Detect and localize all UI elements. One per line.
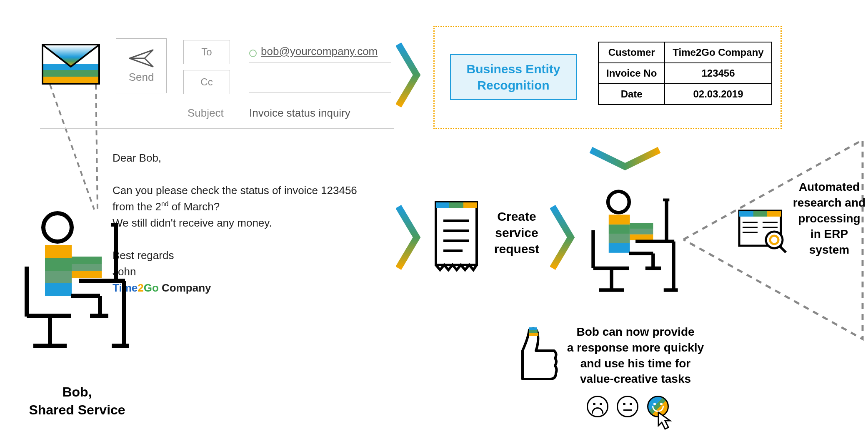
- svg-rect-41: [609, 215, 630, 224]
- person-at-desk-icon: [21, 208, 129, 375]
- body-sign: John: [113, 264, 371, 280]
- table-header: Customer: [598, 42, 665, 63]
- extracted-data-table: CustomerTime2Go Company Invoice No123456…: [598, 42, 772, 105]
- thumbs-up-icon: [508, 325, 558, 383]
- svg-rect-33: [436, 202, 449, 208]
- divider: [40, 128, 394, 129]
- chevron-right-icon: [550, 204, 575, 271]
- svg-rect-32: [436, 202, 477, 265]
- person-at-desk-icon: [588, 187, 679, 308]
- table-cell: 02.03.2019: [665, 84, 771, 105]
- svg-rect-35: [463, 202, 477, 208]
- receipt-icon: [433, 200, 479, 275]
- svg-rect-73: [529, 330, 538, 333]
- subject-field[interactable]: Invoice status inquiry: [249, 107, 350, 120]
- persona-label: Bob,Shared Service: [13, 383, 142, 419]
- table-cell: Time2Go Company: [665, 42, 771, 63]
- body-line1: Can you please check the status of invoi…: [113, 182, 371, 199]
- svg-marker-6: [43, 45, 98, 67]
- body-close: Best regards: [113, 247, 371, 264]
- email-body[interactable]: Dear Bob, Can you please check the statu…: [113, 150, 371, 296]
- svg-rect-17: [72, 264, 102, 271]
- svg-point-69: [766, 232, 783, 248]
- body-signature: Time2Go Company: [113, 280, 371, 296]
- erp-label: Automatedresearch andprocessingin ERPsys…: [788, 179, 868, 258]
- to-value: bob@yourcompany.com: [261, 45, 378, 57]
- svg-rect-13: [45, 258, 72, 271]
- chevron-right-icon: [396, 42, 421, 108]
- to-field[interactable]: bob@yourcompany.com: [249, 45, 378, 58]
- svg-rect-63: [753, 211, 767, 217]
- chevron-down-icon: [588, 147, 663, 172]
- svg-rect-34: [449, 202, 463, 208]
- body-line3: We still didn't receive any money.: [113, 215, 371, 231]
- erp-document-icon: [738, 209, 788, 255]
- table-header: Invoice No: [598, 63, 665, 84]
- svg-rect-62: [739, 211, 753, 217]
- chevron-right-icon: [396, 204, 421, 271]
- svg-rect-47: [630, 234, 653, 240]
- svg-rect-72: [529, 327, 537, 330]
- svg-line-71: [780, 247, 786, 252]
- table-header: Date: [598, 84, 665, 105]
- benefit-label: Bob can now providea response more quick…: [558, 324, 713, 387]
- svg-point-11: [43, 213, 72, 242]
- svg-rect-16: [72, 257, 102, 264]
- svg-rect-43: [609, 234, 630, 243]
- table-cell: 123456: [665, 63, 771, 84]
- svg-rect-18: [72, 271, 102, 278]
- svg-rect-44: [609, 243, 630, 253]
- cc-button[interactable]: Cc: [183, 70, 230, 94]
- cursor-icon: [657, 412, 673, 430]
- svg-rect-12: [45, 245, 72, 258]
- svg-marker-75: [658, 412, 670, 429]
- svg-rect-14: [45, 271, 72, 283]
- speech-connector-icon: [42, 85, 113, 214]
- svg-rect-45: [630, 223, 653, 229]
- svg-point-40: [608, 192, 629, 213]
- sad-face-icon: [587, 396, 608, 417]
- svg-line-8: [96, 85, 98, 210]
- svg-rect-46: [630, 229, 653, 234]
- envelope-icon: [42, 44, 100, 85]
- svg-rect-2: [43, 70, 98, 77]
- create-request-label: Createservicerequest: [483, 208, 550, 257]
- to-button[interactable]: To: [183, 40, 230, 64]
- svg-rect-3: [43, 77, 98, 83]
- send-label: Send: [129, 71, 154, 84]
- svg-rect-42: [609, 224, 630, 234]
- send-button[interactable]: Send: [116, 38, 167, 93]
- svg-line-7: [50, 85, 94, 210]
- presence-icon: [249, 50, 257, 57]
- body-line2: from the 2nd of March?: [113, 199, 371, 215]
- svg-rect-74: [529, 333, 538, 336]
- divider: [249, 92, 391, 93]
- subject-label: Subject: [188, 107, 224, 120]
- body-greeting: Dear Bob,: [113, 150, 371, 166]
- svg-rect-15: [45, 283, 72, 296]
- divider: [249, 62, 391, 63]
- neutral-face-icon: [617, 396, 638, 417]
- paper-plane-icon: [129, 48, 154, 68]
- ber-box: Business EntityRecognition: [450, 54, 577, 100]
